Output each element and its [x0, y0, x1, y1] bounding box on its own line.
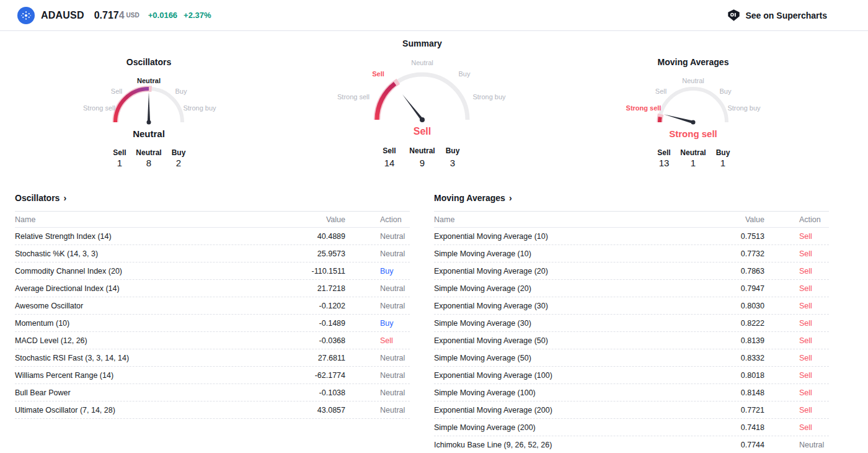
indicator-value: 0.7418 — [690, 423, 764, 432]
currency-label: USD — [126, 12, 140, 19]
indicator-name: Average Directional Index (14) — [15, 284, 271, 293]
indicator-value: -62.1774 — [271, 371, 345, 380]
table-row: Exponential Moving Average (20)0.7863Sel… — [434, 262, 829, 280]
gauge-needle-moving_averages — [664, 114, 694, 123]
table-row: Exponential Moving Average (30)0.8030Sel… — [434, 297, 829, 315]
cardano-icon — [17, 7, 35, 24]
column-action: Action — [764, 215, 829, 224]
table-row: Simple Moving Average (10)0.7732Sell — [434, 245, 829, 262]
table-header-row: Name Value Action — [434, 211, 829, 228]
indicator-action: Sell — [764, 249, 829, 258]
table-row: Exponential Moving Average (100)0.8018Se… — [434, 367, 829, 384]
count-label-buy: Buy — [172, 148, 186, 157]
indicator-action: Neutral — [345, 388, 410, 397]
indicator-action: Neutral — [345, 354, 410, 362]
indicator-name: Simple Moving Average (20) — [434, 284, 690, 293]
column-action: Action — [345, 215, 410, 224]
count-value-sell: 14 — [384, 158, 395, 168]
price-change-percent: +2.37% — [184, 11, 211, 20]
indicator-name: Stochastic %K (14, 3, 3) — [15, 249, 271, 258]
indicator-value: -0.1202 — [271, 302, 345, 310]
count-value-buy: 1 — [720, 158, 725, 168]
table-header-row: Name Value Action — [15, 211, 410, 228]
moving-averages-table-link[interactable]: Moving Averages› — [434, 186, 829, 211]
gauge-title-summary: Summary — [402, 38, 442, 48]
indicator-name: Relative Strength Index (14) — [15, 232, 271, 241]
indicator-action: Sell — [345, 336, 410, 345]
indicator-value: 0.7863 — [690, 267, 764, 276]
count-label-buy: Buy — [716, 148, 730, 157]
price-last-digit: 4 — [119, 10, 125, 20]
indicator-action: Sell — [764, 406, 829, 415]
see-on-supercharts-link[interactable]: See on Supercharts — [727, 9, 828, 22]
gauge-scale-label-strong_buy: Strong buy — [727, 104, 760, 112]
indicator-value: 0.8018 — [690, 371, 764, 380]
table-row: MACD Level (12, 26)-0.0368Sell — [15, 332, 410, 349]
indicator-name: Stochastic RSI Fast (3, 3, 14, 14) — [15, 354, 271, 362]
indicator-value: 43.0857 — [271, 406, 345, 415]
count-label-neutral: Neutral — [680, 148, 706, 157]
indicator-action: Neutral — [345, 302, 410, 310]
gauge-title-moving_averages: Moving Averages — [658, 57, 729, 67]
indicator-value: -0.1038 — [271, 388, 345, 397]
column-value: Value — [271, 215, 345, 224]
gauge-scale-label-sell: Sell — [111, 87, 122, 95]
table-row: Simple Moving Average (100)0.8148Sell — [434, 384, 829, 401]
indicator-value: 0.7947 — [690, 284, 764, 293]
table-row: Ultimate Oscillator (7, 14, 28)43.0857Ne… — [15, 401, 410, 419]
indicator-name: Exponential Moving Average (30) — [434, 302, 690, 310]
price-change: +0.0166 — [148, 11, 177, 20]
gauge-scale-label-strong_buy: Strong buy — [472, 93, 505, 101]
oscillators-table-link[interactable]: Oscillators› — [15, 186, 410, 211]
indicator-action: Sell — [764, 423, 829, 432]
indicator-value: 0.8148 — [690, 388, 764, 397]
indicator-action: Sell — [764, 302, 829, 310]
indicator-action: Sell — [764, 284, 829, 293]
indicator-value: -0.0368 — [271, 336, 345, 345]
gauge-scale-label-sell: Sell — [655, 87, 666, 95]
indicator-action: Sell — [764, 371, 829, 380]
gauge-needle-summary — [402, 94, 423, 120]
table-row: Bull Bear Power-0.1038Neutral — [15, 384, 410, 401]
count-value-neutral: 9 — [420, 158, 425, 168]
indicator-name: Exponential Moving Average (50) — [434, 336, 690, 345]
gauge-scale-label-neutral: Neutral — [411, 59, 433, 66]
count-label-sell: Sell — [657, 148, 670, 157]
symbol-price: 0.7174 — [94, 10, 125, 21]
indicator-name: Exponential Moving Average (100) — [434, 371, 690, 380]
count-label-buy: Buy — [446, 146, 460, 155]
indicator-name: Commodity Channel Index (20) — [15, 267, 271, 276]
table-row: Williams Percent Range (14)-62.1774Neutr… — [15, 367, 410, 384]
table-row: Simple Moving Average (30)0.8222Sell — [434, 315, 829, 332]
table-row: Simple Moving Average (50)0.8332Sell — [434, 349, 829, 367]
indicator-action: Neutral — [345, 371, 410, 380]
symbol-header: ADAUSD 0.7174 USD +0.0166 +2.37% See on … — [0, 0, 868, 31]
indicator-action: Buy — [345, 319, 410, 328]
column-name: Name — [15, 215, 271, 224]
indicator-name: Bull Bear Power — [15, 388, 271, 397]
see-on-supercharts-label: See on Supercharts — [746, 11, 828, 20]
indicator-value: 40.4889 — [271, 232, 345, 241]
table-row: Stochastic RSI Fast (3, 3, 14, 14)27.681… — [15, 349, 410, 367]
count-value-neutral: 8 — [146, 158, 151, 168]
table-row: Awesome Oscillator-0.1202Neutral — [15, 297, 410, 315]
gauge-scale-label-strong_buy: Strong buy — [183, 104, 216, 112]
count-value-sell: 1 — [117, 158, 122, 168]
indicator-action: Neutral — [764, 441, 829, 449]
gauge-scale-label-neutral: Neutral — [682, 77, 704, 84]
gauge-scale-label-sell: Sell — [372, 70, 384, 78]
table-row: Simple Moving Average (200)0.7418Sell — [434, 419, 829, 436]
indicator-name: Momentum (10) — [15, 319, 271, 328]
table-row: Ichimoku Base Line (9, 26, 52, 26)0.7744… — [434, 436, 829, 453]
gauge-scale-label-buy: Buy — [720, 87, 732, 95]
symbol-link[interactable]: ADAUSD 0.7174 USD +0.0166 +2.37% — [17, 7, 211, 24]
gauge-scale-label-strong_sell: Strong sell — [83, 104, 115, 112]
gauge-scale-label-buy: Buy — [459, 70, 471, 78]
table-row: Momentum (10)-0.1489Buy — [15, 315, 410, 332]
table-row: Stochastic %K (14, 3, 3)25.9573Neutral — [15, 245, 410, 262]
indicator-action: Neutral — [345, 232, 410, 241]
indicator-name: Exponential Moving Average (200) — [434, 406, 690, 415]
gauges-section: OscillatorsNeutralSellBuyStrong sellStro… — [0, 31, 868, 183]
chevron-right-icon: › — [63, 193, 66, 203]
column-value: Value — [690, 215, 764, 224]
